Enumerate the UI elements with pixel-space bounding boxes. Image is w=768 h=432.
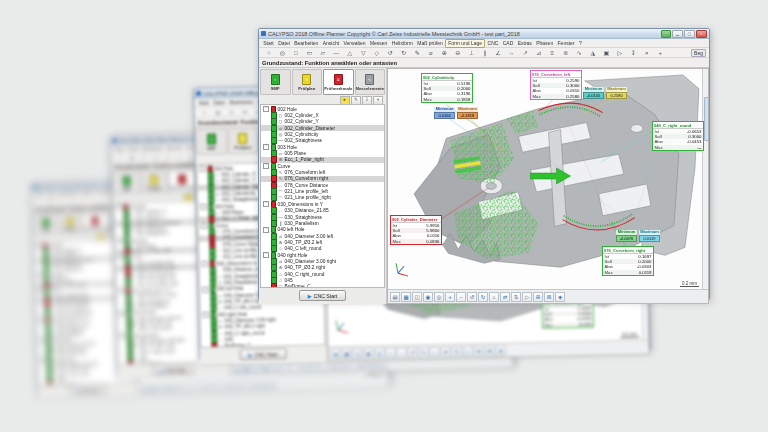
view-tool-icon-1[interactable]: ▦ [401, 292, 411, 302]
feature-tree[interactable]: −002 Hole▯002_Cylinder_X▯002_Cylinder_Y⌀… [260, 104, 385, 288]
cnc-start-button[interactable]: ▶CNC Start [299, 290, 347, 301]
diameter-icon: ⌀ [133, 339, 138, 344]
tree-item-002-cylinder-y: ▯002_Cylinder_Y [36, 251, 132, 259]
view-tool-icon-6[interactable]: − [456, 292, 466, 302]
mini-toolbar-icon-2: ⇩ [203, 193, 212, 201]
menu-item-cad[interactable]: CAD [501, 40, 516, 47]
toolbar-icon-11[interactable]: ✎ [411, 49, 425, 57]
view-tool-icon-5[interactable]: + [445, 292, 455, 302]
annotation-title: 002_Cylindricity [422, 74, 472, 81]
menu-item-start[interactable]: Start [261, 40, 276, 47]
menu-item-ansicht[interactable]: Ansicht [321, 40, 342, 47]
title-bar[interactable]: CALYPSO 2018 Offline Planner Copyright ©… [259, 29, 709, 39]
view-tool-icon-7[interactable]: ↺ [467, 292, 477, 302]
toolbar-icon-8[interactable]: ◇ [370, 49, 384, 57]
toolbar-icon-16[interactable]: ∥ [478, 49, 492, 57]
toolbar-icon-0[interactable]: ○ [262, 49, 276, 57]
toolbar-icon-25[interactable]: ▣ [600, 49, 614, 57]
expander-icon[interactable]: − [263, 163, 269, 169]
toolbar-icon-13[interactable]: ⊕ [438, 49, 452, 57]
view-tool-icon-12[interactable]: ▷ [522, 292, 532, 302]
status-led-red [125, 271, 130, 277]
menu-item-messen[interactable]: Messen [368, 40, 390, 47]
scrollbar-thumb[interactable] [704, 97, 710, 141]
view-tool-icon-0[interactable]: ▤ [390, 292, 400, 302]
toolbar-icon-27[interactable]: ↧ [627, 49, 641, 57]
tab-pr-fmerkmale[interactable]: ≣Prüfmerkmale [323, 69, 354, 95]
menu-item-ma-pr-fen[interactable]: Maß prüfen [415, 40, 445, 47]
menu-item-form-und-lage[interactable]: Form und Lage [445, 39, 485, 48]
tab-smf[interactable]: ○SMF [260, 69, 291, 95]
language-button[interactable] [661, 30, 671, 38]
expander-icon[interactable]: − [263, 252, 269, 258]
toolbar-icon-1[interactable]: ◎ [276, 49, 290, 57]
tree-item-078-curve-distance: ↔078_Curve Distance [37, 300, 133, 308]
menu-item-helixform[interactable]: Helixform [390, 40, 416, 47]
menu-item-[interactable]: ? [577, 40, 584, 47]
diameter-icon: ⌀ [133, 316, 138, 321]
toolbar-icon-24[interactable]: ◮ [586, 49, 600, 57]
view-tool-icon-10[interactable]: ⇄ [500, 292, 510, 302]
toolbar-icon-21[interactable]: ≡ [546, 49, 560, 57]
toolbar-icon-18[interactable]: ↔ [505, 49, 519, 57]
view-tool-icon-4[interactable]: ◎ [434, 292, 444, 302]
toolbar-icon-3[interactable]: ▭ [303, 49, 317, 57]
toolbar-icon-20[interactable]: ⊿ [532, 49, 546, 57]
view-tool-icon-15[interactable]: ◈ [555, 292, 565, 302]
menu-item-fenster[interactable]: Fenster [555, 40, 576, 47]
toolbar-icon-9[interactable]: ↺ [384, 49, 398, 57]
beg-dropdown[interactable]: Beg [691, 49, 706, 57]
menu-item-extras[interactable]: Extras [515, 40, 534, 47]
desktop-background: CALYPSO 2018 Offline Planner Copyright ©… [0, 0, 768, 432]
tree-item-040-diameter-3-00-right: ⌀040_Diameter 3.00 right [118, 335, 226, 344]
toolbar-icon-4[interactable]: ▱ [316, 49, 330, 57]
menu-item-phasen[interactable]: Phasen [534, 40, 555, 47]
status-led-green [124, 221, 129, 227]
expander-icon[interactable]: − [263, 227, 269, 233]
toolbar-icon-3: ▭ [150, 153, 162, 160]
expander-icon[interactable]: − [263, 201, 269, 207]
menu-item-verwalten[interactable]: Verwalten [341, 40, 367, 47]
maximize-button[interactable]: ▢ [684, 30, 695, 38]
menu-item-messen: Messen [207, 143, 226, 150]
cad-viewport[interactable]: 002_CylindricityIst0.5196Soll0.2000Abw0.… [387, 68, 709, 304]
toolbar-icon-15[interactable]: ⊥ [465, 49, 479, 57]
view-tool-icon-11[interactable]: ⇅ [511, 292, 521, 302]
toolbar-icon-7[interactable]: ▽ [357, 49, 371, 57]
menu-item-verwalten: Verwalten [96, 189, 117, 195]
view-tool-icon-9[interactable]: ⌂ [489, 292, 499, 302]
menu-item-cnc[interactable]: CNC [485, 40, 500, 47]
view-tool-icon-13[interactable]: ⊞ [533, 292, 543, 302]
distance-icon: ↔ [216, 242, 221, 247]
annotation-row: Max0.0119 [306, 362, 345, 367]
status-led-green [126, 310, 131, 316]
toolbar-icon-28[interactable]: × [640, 49, 654, 57]
toolbar-icon-23[interactable]: ∿ [573, 49, 587, 57]
toolbar-icon-19[interactable]: ↗ [519, 49, 533, 57]
menu-item-bearbeiten[interactable]: Bearbeiten [292, 40, 321, 47]
toolbar-icon-10[interactable]: ↻ [397, 49, 411, 57]
view-tool-icon-14[interactable]: ⊠ [544, 292, 554, 302]
viewport-scrollbar[interactable] [702, 69, 708, 290]
toolbar-icon-6[interactable]: △ [343, 49, 357, 57]
toolbar-icon-17[interactable]: ∠ [492, 49, 506, 57]
toolbar-icon-2[interactable]: □ [289, 49, 303, 57]
tab-pr-fplan[interactable]: ≡Prüfplan [292, 69, 323, 95]
toolbar-icon-29[interactable]: + [654, 49, 668, 57]
view-tool-icon-3[interactable]: ◉ [423, 292, 433, 302]
expander-icon[interactable]: − [263, 106, 269, 112]
toolbar-icon-12[interactable]: ⌀ [424, 49, 438, 57]
tab-messelemente[interactable]: ∿Messelemente [355, 69, 386, 95]
status-led-green [124, 226, 129, 232]
view-tool-icon-8[interactable]: ↻ [478, 292, 488, 302]
menu-item-datei[interactable]: Datei [276, 40, 292, 47]
expander-icon[interactable]: − [263, 144, 269, 150]
toolbar-icon-26[interactable]: ▷ [613, 49, 627, 57]
toolbar-icon-5[interactable]: — [330, 49, 344, 57]
view-tool-icon-2[interactable]: ◫ [412, 292, 422, 302]
toolbar-icon-2: □ [56, 198, 67, 205]
minimize-button[interactable]: ▁ [672, 30, 683, 38]
close-button[interactable]: × [696, 30, 707, 38]
toolbar-icon-22[interactable]: ≋ [559, 49, 573, 57]
toolbar-icon-14[interactable]: ⊖ [451, 49, 465, 57]
